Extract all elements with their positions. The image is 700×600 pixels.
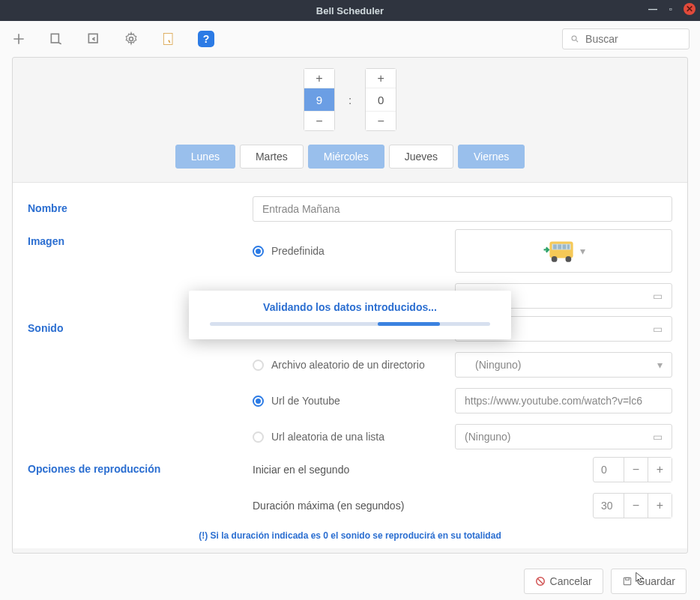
progress-bar [210,322,490,326]
minute-plus[interactable]: + [366,69,396,88]
image-preview-select[interactable]: ▾ [455,229,672,273]
radio-image-predefined[interactable]: Predefinida [253,245,447,257]
start-second-value: 0 [594,458,624,482]
label-playback: Opciones de reproducción [28,457,253,475]
hour-minus[interactable]: − [304,111,334,130]
duration-minus[interactable]: − [624,494,648,518]
cancel-button[interactable]: Cancelar [524,569,603,594]
duration-value: 30 [594,494,624,518]
cancel-icon [535,576,546,587]
radio-sound-youtube[interactable]: Url de Youtube [253,395,447,407]
radio-icon [253,396,264,407]
chevron-down-icon: ▾ [580,245,585,257]
svg-rect-14 [624,578,630,584]
minute-minus[interactable]: − [366,111,396,130]
day-jueves[interactable]: Jueves [389,145,453,169]
svg-rect-15 [625,578,629,580]
start-minus[interactable]: − [624,458,648,482]
save-button[interactable]: Guardar [611,569,687,594]
search-box[interactable] [562,28,690,49]
radio-icon [253,360,264,371]
svg-rect-10 [567,244,569,249]
start-plus[interactable]: + [648,458,672,482]
open-file-icon: ▭ [653,290,663,302]
add-icon[interactable] [10,31,27,47]
import-icon[interactable] [85,31,102,47]
radio-icon [253,246,264,257]
radio-sound-list[interactable]: Url aleatoria de una lista [253,431,447,443]
sound-list-field[interactable]: (Ninguno) ▭ [455,424,672,449]
progress-message: Validando los datos introducidos... [210,301,490,313]
minute-value: 0 [366,88,396,111]
day-miercoles[interactable]: Miércoles [308,145,384,169]
cursor-icon [634,572,646,584]
day-martes[interactable]: Martes [240,145,304,169]
svg-rect-9 [562,244,566,249]
hour-stepper[interactable]: + 9 − [304,68,335,131]
progress-modal: Validando los datos introducidos... [189,291,511,339]
svg-rect-8 [558,244,561,249]
save-icon [622,576,633,587]
days-row: Lunes Martes Miércoles Jueves Viernes [13,139,687,182]
time-colon: : [349,94,351,106]
name-input[interactable] [253,196,672,222]
label-name: Nombre [28,196,253,214]
sound-dir-select[interactable]: (Ninguno) ▾ [455,352,672,378]
duration-label: Duración máxima (en segundos) [253,500,585,512]
start-second-label: Iniciar en el segundo [253,464,585,476]
footer: Cancelar Guardar [0,560,700,600]
minute-stepper[interactable]: + 0 − [365,68,396,131]
duration-plus[interactable]: + [648,494,672,518]
search-input[interactable] [585,33,681,45]
svg-rect-7 [553,244,557,249]
duration-note: (!) Si la duración indicada es 0 el soni… [28,526,672,548]
svg-point-2 [130,37,133,41]
gear-icon[interactable] [123,31,139,47]
manual-icon[interactable] [160,31,177,47]
svg-rect-0 [51,34,58,43]
radio-sound-dir[interactable]: Archivo aleatorio de un directorio [253,359,447,371]
youtube-url-input[interactable] [455,388,672,413]
hour-value: 9 [304,88,334,111]
svg-rect-3 [163,34,172,45]
svg-point-11 [551,256,557,262]
start-second-stepper[interactable]: 0 − + [593,457,672,482]
chevron-down-icon: ▾ [657,359,663,371]
help-icon[interactable]: ? [198,31,214,47]
window-title: Bell Scheduler [316,5,384,16]
label-image: Imagen [28,229,253,247]
svg-point-4 [572,36,576,40]
minimize-icon[interactable]: — [648,4,658,14]
toolbar: ? [0,21,700,57]
open-file-icon: ▭ [653,323,663,335]
bus-icon [543,236,580,266]
open-file-icon: ▭ [653,431,663,443]
duration-stepper[interactable]: 30 − + [593,493,672,518]
hour-plus[interactable]: + [304,69,334,88]
time-row: + 9 − : + 0 − [13,58,687,139]
day-lunes[interactable]: Lunes [175,145,235,169]
export-icon[interactable] [48,31,64,47]
titlebar: Bell Scheduler — ▫ ✕ [0,0,700,21]
form: Nombre Imagen Predefinida [13,182,687,548]
svg-point-12 [565,256,571,262]
close-icon[interactable]: ✕ [684,3,696,15]
radio-icon [253,431,264,443]
day-viernes[interactable]: Viernes [458,145,525,169]
search-icon [570,34,579,44]
maximize-icon[interactable]: ▫ [666,4,676,14]
